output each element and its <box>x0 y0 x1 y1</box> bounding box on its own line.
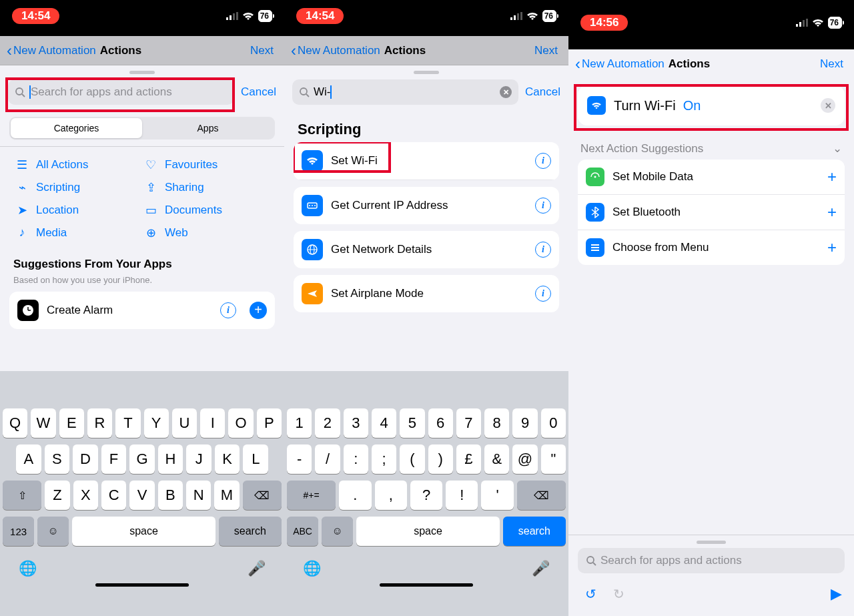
cat-documents[interactable]: ▭Documents <box>143 203 270 218</box>
segmented-apps[interactable]: Apps <box>142 118 274 138</box>
space-key[interactable]: space <box>72 517 215 546</box>
key-6[interactable]: 6 <box>428 408 453 438</box>
key-?[interactable]: ? <box>410 481 442 510</box>
key-y[interactable]: Y <box>144 408 169 438</box>
key-e[interactable]: E <box>59 408 84 438</box>
emoji-key[interactable]: ☺ <box>322 517 353 546</box>
key-9[interactable]: 9 <box>512 408 537 438</box>
suggestion-create-alarm[interactable]: Create Alarm i + <box>9 292 275 329</box>
key-'[interactable]: ' <box>481 481 513 510</box>
key-l[interactable]: L <box>243 444 268 474</box>
key-a[interactable]: A <box>16 444 41 474</box>
key-f[interactable]: F <box>101 444 127 474</box>
key-g[interactable]: G <box>129 444 155 474</box>
cancel-button[interactable]: Cancel <box>525 85 560 99</box>
info-icon[interactable]: i <box>535 198 551 214</box>
key-8[interactable]: 8 <box>484 408 509 438</box>
suggestion-choose-menu[interactable]: Choose from Menu + <box>578 230 845 265</box>
keyboard[interactable]: QWERTYUIOP ASDFGHJKL ⇧ ZXCVBNM ⌫ 123 ☺ s… <box>0 371 568 616</box>
next-button[interactable]: Next <box>816 57 847 71</box>
key-.[interactable]: . <box>339 481 371 510</box>
globe-key[interactable]: 🌐 <box>19 560 37 577</box>
dismiss-icon[interactable]: ✕ <box>821 98 835 113</box>
cat-all-actions[interactable]: ☰All Actions <box>15 158 141 172</box>
symbols-key[interactable]: #+= <box>287 481 336 510</box>
mic-key[interactable]: 🎤 <box>248 560 266 577</box>
info-icon[interactable]: i <box>535 286 551 302</box>
search-input[interactable]: Search for apps and actions <box>578 548 845 573</box>
back-button[interactable]: ‹ New Automation Actions <box>7 41 246 60</box>
key-;[interactable]: ; <box>372 444 396 474</box>
suggestion-bluetooth[interactable]: Set Bluetooth + <box>578 195 845 230</box>
shift-key[interactable]: ⇧ <box>3 481 41 510</box>
key-£[interactable]: £ <box>456 444 481 474</box>
info-icon[interactable]: i <box>535 153 551 169</box>
cat-media[interactable]: ♪Media <box>15 226 141 240</box>
info-icon[interactable]: i <box>220 302 236 318</box>
emoji-key[interactable]: ☺ <box>37 517 69 546</box>
key-s[interactable]: S <box>45 444 70 474</box>
undo-button[interactable]: ↺ <box>580 584 600 604</box>
key-n[interactable]: N <box>186 481 211 510</box>
key-4[interactable]: 4 <box>372 408 396 438</box>
key-o[interactable]: O <box>228 408 253 438</box>
add-icon[interactable]: + <box>250 302 267 319</box>
cat-web[interactable]: ⊕Web <box>143 226 270 240</box>
key-m[interactable]: M <box>214 481 239 510</box>
back-button[interactable]: ‹ New Automation Actions <box>575 55 816 73</box>
run-button[interactable]: ▶ <box>831 585 842 603</box>
abc-key[interactable]: ABC <box>287 517 318 546</box>
key-:[interactable]: : <box>344 444 368 474</box>
mic-key[interactable]: 🎤 <box>532 560 550 577</box>
key-q[interactable]: Q <box>3 408 27 438</box>
key-c[interactable]: C <box>101 481 126 510</box>
key-d[interactable]: D <box>73 444 98 474</box>
next-suggestions-header[interactable]: Next Action Suggestions ⌄ <box>568 132 854 160</box>
key-,[interactable]: , <box>375 481 407 510</box>
cat-scripting[interactable]: ⌁Scripting <box>15 180 141 195</box>
action-set-wifi[interactable]: Set Wi-Fi i <box>294 142 559 180</box>
key-5[interactable]: 5 <box>400 408 424 438</box>
key-"[interactable]: " <box>541 444 566 474</box>
sheet-grabber[interactable] <box>697 541 726 544</box>
cancel-button[interactable]: Cancel <box>241 85 276 99</box>
key-p[interactable]: P <box>257 408 282 438</box>
next-button[interactable]: Next <box>530 44 562 57</box>
backspace-key[interactable]: ⌫ <box>517 481 566 510</box>
key-z[interactable]: Z <box>45 481 69 510</box>
cat-location[interactable]: ➤Location <box>15 203 141 218</box>
key-r[interactable]: R <box>87 408 112 438</box>
action-get-ip[interactable]: Get Current IP Address i <box>294 187 559 224</box>
key-([interactable]: ( <box>400 444 424 474</box>
search-input[interactable]: Wi- ✕ <box>292 79 518 105</box>
back-button[interactable]: ‹ New Automation Actions <box>291 41 530 60</box>
key-u[interactable]: U <box>172 408 197 438</box>
space-key[interactable]: space <box>356 517 499 546</box>
next-button[interactable]: Next <box>246 44 278 57</box>
key-j[interactable]: J <box>186 444 211 474</box>
number-key[interactable]: 123 <box>3 517 34 546</box>
key-b[interactable]: B <box>158 481 183 510</box>
key-![interactable]: ! <box>446 481 478 510</box>
key-i[interactable]: I <box>200 408 225 438</box>
key-&[interactable]: & <box>484 444 509 474</box>
key-2[interactable]: 2 <box>315 408 340 438</box>
key-/[interactable]: / <box>315 444 340 474</box>
key-@[interactable]: @ <box>512 444 537 474</box>
key-)[interactable]: ) <box>428 444 453 474</box>
key-k[interactable]: K <box>215 444 240 474</box>
key-w[interactable]: W <box>31 408 55 438</box>
key-v[interactable]: V <box>129 481 154 510</box>
action-network-details[interactable]: Get Network Details i <box>294 231 559 268</box>
info-icon[interactable]: i <box>535 242 551 258</box>
search-input[interactable]: Search for apps and actions <box>8 79 234 105</box>
cat-favourites[interactable]: ♡Favourites <box>143 158 270 172</box>
action-value[interactable]: On <box>683 98 701 113</box>
segmented-categories[interactable]: Categories <box>11 118 142 138</box>
search-key[interactable]: search <box>503 517 566 546</box>
key-1[interactable]: 1 <box>287 408 312 438</box>
action-airplane-mode[interactable]: Set Airplane Mode i <box>294 275 559 312</box>
key-h[interactable]: H <box>158 444 183 474</box>
predictive-bar[interactable] <box>0 371 284 404</box>
predictive-bar[interactable] <box>284 371 568 404</box>
